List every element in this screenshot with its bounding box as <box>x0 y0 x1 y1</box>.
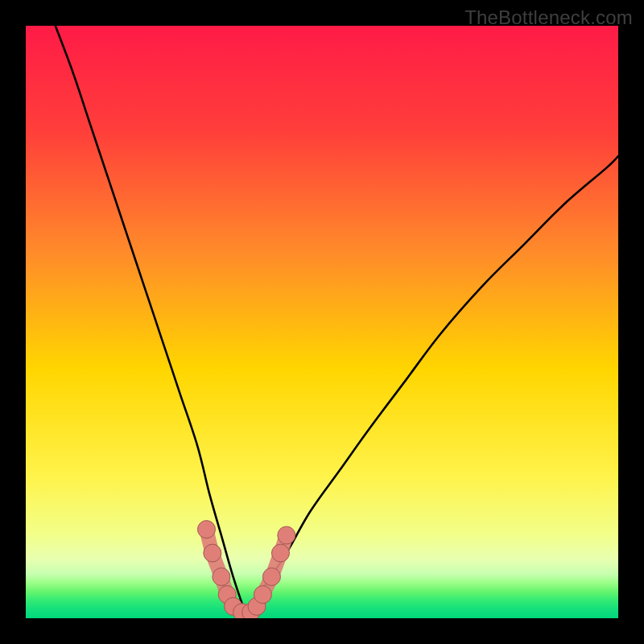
marker-point <box>197 521 215 539</box>
marker-point <box>254 586 271 604</box>
chart-container: TheBottleneck.com <box>0 0 644 644</box>
marker-point <box>271 544 289 562</box>
marker-point <box>204 544 221 562</box>
marker-point <box>213 568 230 585</box>
plot-area <box>26 26 618 618</box>
watermark-text: TheBottleneck.com <box>464 6 633 29</box>
marker-point <box>262 568 280 585</box>
marker-point <box>278 526 295 544</box>
chart-svg <box>26 26 618 618</box>
gradient-background <box>26 26 618 618</box>
